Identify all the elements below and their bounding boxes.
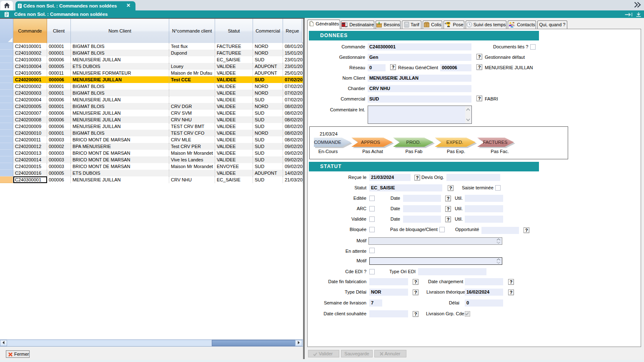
svg-text:PROD.: PROD.	[406, 140, 421, 145]
svg-text:APPROS: APPROS	[361, 140, 380, 145]
svg-text:EXPED.: EXPED.	[446, 140, 463, 145]
svg-text:COMMANDE: COMMANDE	[314, 140, 341, 145]
svg-text:FACTURES: FACTURES	[483, 140, 508, 145]
